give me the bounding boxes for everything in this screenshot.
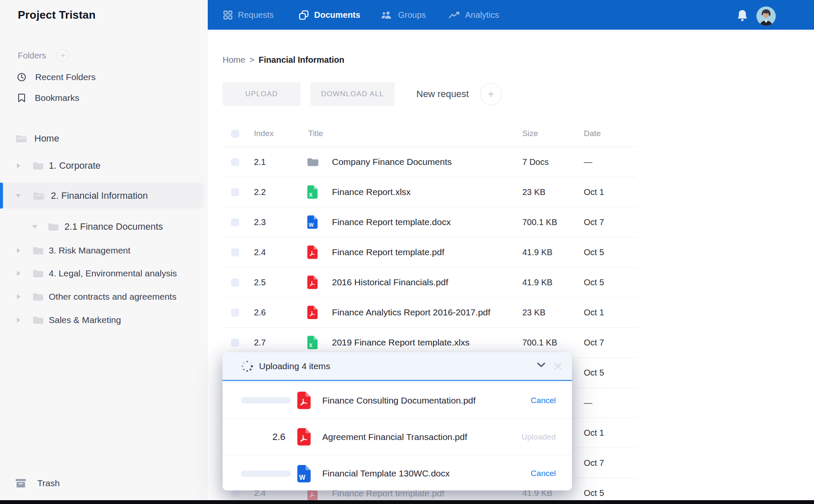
row-size: 41.9 KB [519, 248, 581, 257]
row-checkbox[interactable] [231, 218, 239, 226]
pdf-file-icon [297, 428, 311, 446]
row-size: 700.1 KB [519, 217, 581, 227]
upload-progress-panel: Uploading 4 items Finance Consulting Doc… [223, 352, 572, 490]
sidebar-item-trash[interactable]: Trash [0, 472, 208, 495]
requests-grid-icon [223, 11, 232, 19]
row-index: 2.7 [250, 338, 303, 348]
tab-groups[interactable]: Groups [381, 0, 426, 30]
selected-indicator-bar [0, 183, 3, 209]
sidebar-item-risk-management[interactable]: 3. Risk Management [0, 239, 208, 262]
chevron-right-icon[interactable] [16, 317, 21, 323]
pdf-file-icon [307, 306, 318, 319]
upload-button[interactable]: UPLOAD [223, 82, 301, 106]
table-header: Index Title Size Date [223, 120, 637, 147]
sidebar-item-sales-marketing[interactable]: Sales & Marketing [0, 309, 208, 331]
breadcrumb-home-link[interactable]: Home [223, 55, 245, 65]
table-row[interactable]: 2.6 Finance Analytics Report 2016-2017.p… [223, 298, 637, 328]
row-title: Finance Report.xlsx [329, 187, 519, 197]
chevron-down-icon[interactable] [32, 224, 38, 229]
download-all-button[interactable]: DOWNLOAD ALL [310, 82, 395, 106]
row-checkbox[interactable] [231, 248, 239, 256]
sidebar-item-bookmarks[interactable]: Bookmarks [0, 86, 208, 109]
table-row[interactable]: 2.1 Company Finance Documents 7 Docs — [223, 147, 637, 177]
upload-file-name: Financial Template 130WC.docx [322, 468, 450, 479]
table-row[interactable]: 2.2 Finance Report.xlsx 23 KB Oct 1 [223, 177, 637, 207]
row-title: 2019 Finance Report template.xlxs [329, 337, 519, 348]
top-navbar: Requests Documents Groups Analytics [208, 0, 814, 30]
row-size: 41.9 KB [519, 278, 581, 287]
col-title: Title [303, 129, 519, 138]
row-date: Oct 5 [581, 278, 637, 287]
row-checkbox[interactable] [231, 278, 239, 287]
row-date: Oct 5 [581, 488, 637, 498]
tab-requests[interactable]: Requests [223, 0, 274, 30]
sidebar-item-home[interactable]: Home [0, 127, 208, 150]
new-request-label: New request [416, 89, 469, 100]
folder-icon [48, 223, 59, 231]
xlsx-file-icon [307, 336, 318, 349]
analytics-trend-icon [449, 11, 460, 19]
user-avatar[interactable] [756, 6, 776, 26]
sidebar-item-corporate[interactable]: 1. Corporate [0, 154, 208, 177]
table-row[interactable]: 2.5 2016 Historical Financials.pdf 41.9 … [223, 267, 637, 298]
chevron-right-icon[interactable] [16, 270, 21, 276]
row-checkbox[interactable] [231, 339, 239, 347]
folder-icon [33, 269, 44, 278]
sales-marketing-label: Sales & Marketing [49, 315, 121, 325]
sidebar-item-financial-information-selected[interactable]: 2. Financial Information [0, 183, 204, 209]
add-folder-button[interactable] [56, 49, 69, 62]
col-size: Size [519, 129, 581, 138]
row-checkbox[interactable] [231, 158, 239, 166]
breadcrumb: Home > Financial Information [223, 55, 344, 65]
sidebar: Project Tristan Folders Recent Folders B… [0, 0, 208, 504]
table-row[interactable]: 2.3 Finance Report template.docx 700.1 K… [223, 207, 637, 237]
close-icon[interactable] [554, 362, 562, 371]
folder-icon [33, 316, 44, 324]
sidebar-item-legal-environmental[interactable]: 4. Legal, Environmental analysis [0, 262, 208, 285]
table-row[interactable]: 2.4 Finance Report template.pdf 41.9 KB … [223, 237, 637, 267]
tab-analytics[interactable]: Analytics [449, 0, 499, 30]
sidebar-item-finance-documents[interactable]: 2.1 Finance Documents [0, 215, 208, 238]
new-request-button[interactable]: New request [416, 82, 502, 106]
notifications-bell-icon[interactable] [737, 9, 748, 22]
row-date: Oct 1 [581, 187, 637, 197]
row-checkbox[interactable] [231, 309, 239, 317]
chevron-right-icon[interactable] [16, 294, 21, 300]
row-date: — [581, 157, 637, 167]
folder-icon [33, 246, 44, 255]
recent-folders-label: Recent Folders [35, 72, 95, 82]
row-title: 2016 Historical Financials.pdf [329, 277, 519, 287]
collapse-chevron-down-icon[interactable] [537, 362, 545, 369]
row-date: Oct 7 [581, 338, 637, 348]
chevron-right-icon[interactable] [16, 163, 21, 169]
open-folder-icon [15, 134, 28, 143]
trash-label: Trash [37, 478, 60, 488]
project-title: Project Tristan [18, 8, 96, 22]
xlsx-file-icon [307, 185, 318, 199]
col-index: Index [250, 129, 303, 138]
upload-progress-bar [241, 471, 297, 477]
upload-item-row: 2.6 Agreement Financial Transaction.pdf … [223, 419, 572, 455]
select-all-checkbox[interactable] [231, 130, 239, 138]
trash-archive-icon [15, 478, 26, 489]
upload-file-index: 2.6 [241, 432, 297, 443]
chevron-down-icon[interactable] [15, 193, 21, 198]
upload-progress-bar [241, 397, 297, 404]
row-title: Finance Report template.docx [329, 217, 519, 227]
chevron-right-icon[interactable] [16, 248, 21, 253]
home-label: Home [34, 133, 59, 144]
folders-label: Folders [18, 51, 46, 61]
row-date: Oct 1 [581, 308, 637, 317]
finance-documents-label: 2.1 Finance Documents [64, 221, 163, 232]
cancel-upload-button[interactable]: Cancel [531, 396, 556, 405]
tab-documents[interactable]: Documents [299, 0, 360, 30]
cancel-upload-button[interactable]: Cancel [531, 469, 556, 478]
folder-icon [33, 162, 44, 170]
row-date: Oct 7 [581, 217, 637, 227]
new-request-plus-icon[interactable] [480, 83, 502, 105]
sidebar-item-recent-folders[interactable]: Recent Folders [0, 66, 208, 89]
sidebar-item-other-contracts[interactable]: Other contracts and agreements [0, 285, 208, 308]
row-date: Oct 5 [581, 368, 637, 378]
pdf-file-icon [307, 245, 318, 259]
row-checkbox[interactable] [231, 188, 239, 196]
